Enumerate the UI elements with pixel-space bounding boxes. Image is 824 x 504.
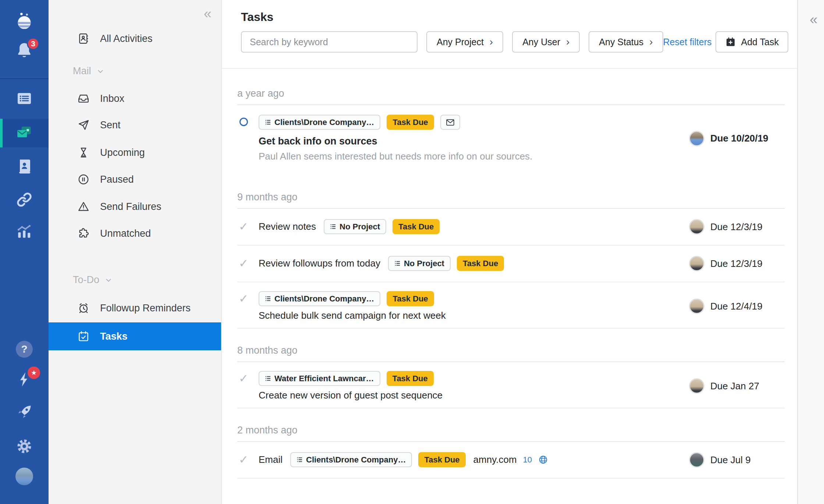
paper-plane-icon: [77, 119, 90, 131]
email-pill[interactable]: [440, 115, 460, 130]
task-title: Email: [259, 454, 283, 465]
recipient-domain[interactable]: amny.com: [473, 454, 517, 465]
sidebar-group-mail[interactable]: Mail: [73, 65, 104, 77]
filter-label: Any Status: [599, 37, 643, 47]
group-label: Mail: [73, 65, 91, 77]
sidebar-item-unmatched[interactable]: Unmatched: [77, 222, 215, 245]
sidebar-item-tasks-selected[interactable]: Tasks: [49, 322, 221, 350]
sidebar-item-label: Unmatched: [100, 228, 151, 239]
rail-user-avatar[interactable]: [0, 468, 49, 485]
check-icon[interactable]: ✓: [239, 371, 248, 386]
sidebar-item-label: Inbox: [100, 93, 124, 104]
status-badge: Task Due: [393, 219, 440, 234]
due-cell: Due 10/20/19: [689, 131, 785, 146]
rail-whats-new-icon[interactable]: ★: [0, 371, 49, 389]
rail-link-icon[interactable]: [0, 191, 49, 208]
rail-rocket-icon[interactable]: [0, 403, 49, 421]
app-logo-icon[interactable]: [0, 11, 49, 31]
page-title: Tasks: [241, 10, 788, 24]
reset-filters-link[interactable]: Reset filters: [663, 37, 712, 47]
link-chain-icon: [15, 191, 33, 208]
task-row[interactable]: ✓ Review followups from today No Project…: [237, 246, 785, 282]
sidebar-collapse-icon[interactable]: «: [204, 7, 212, 21]
rail-settings-icon[interactable]: [0, 437, 49, 455]
star-badge-icon: ★: [28, 367, 40, 379]
status-badge: Task Due: [387, 115, 434, 130]
sidebar-item-all-activities[interactable]: All Activities: [77, 27, 215, 50]
check-icon[interactable]: ✓: [239, 219, 248, 234]
calendar-plus-icon: [725, 36, 736, 47]
task-row[interactable]: ✓ Water Efficient Lawncar… Task Due Crea…: [237, 362, 785, 408]
task-row[interactable]: ✓ Review notes No Project Task Due Due 1…: [237, 209, 785, 246]
status-badge: Task Due: [457, 256, 504, 271]
rail-contacts-icon[interactable]: [0, 158, 49, 175]
add-task-button[interactable]: Add Task: [715, 31, 788, 53]
project-list-icon: [265, 375, 271, 382]
rail-reports-icon[interactable]: [0, 222, 49, 241]
sidebar-item-followup-reminders[interactable]: Followup Reminders: [77, 296, 215, 320]
notifications-bell-icon[interactable]: 3: [0, 41, 49, 61]
avatar: [15, 468, 33, 485]
check-icon[interactable]: ✓: [239, 256, 248, 271]
sidebar-item-upcoming[interactable]: Upcoming: [77, 141, 215, 164]
task-note: Paul Allen seems interested but needs mo…: [259, 151, 689, 162]
task-title: Review notes: [259, 221, 316, 232]
project-pill[interactable]: No Project: [324, 219, 386, 234]
rail-activities-list-icon[interactable]: [0, 90, 49, 107]
chevron-down-icon: [104, 276, 113, 284]
tasks-header: Tasks Any Project › Any User › Any Statu…: [222, 0, 797, 69]
alarm-clock-icon: [77, 302, 90, 314]
project-pill[interactable]: Clients\Drone Company…: [290, 452, 412, 467]
rocket-icon: [15, 403, 33, 421]
sidebar-item-sent[interactable]: Sent: [77, 113, 215, 137]
avatar: [689, 452, 704, 468]
panel-collapse-icon[interactable]: «: [810, 12, 817, 504]
task-row[interactable]: ✓ Clients\Drone Company… Task Due Schedu…: [237, 282, 785, 329]
pause-circle-icon: [77, 173, 90, 186]
sidebar-item-paused[interactable]: Paused: [77, 168, 215, 191]
warning-triangle-icon: [77, 200, 90, 213]
project-pill[interactable]: Clients\Drone Company…: [259, 291, 380, 306]
sidebar-item-inbox[interactable]: Inbox: [77, 87, 215, 110]
due-date: Due 12/4/19: [710, 301, 763, 312]
project-pill[interactable]: No Project: [388, 256, 451, 271]
task-row[interactable]: ✓ Email Clients\Drone Company… Task Due …: [237, 442, 785, 479]
check-icon[interactable]: ✓: [239, 291, 248, 306]
project-list-icon: [265, 296, 271, 302]
search-input[interactable]: [241, 31, 418, 53]
filter-any-user[interactable]: Any User ›: [512, 31, 580, 53]
filter-any-status[interactable]: Any Status ›: [589, 31, 663, 53]
sidebar-item-send-failures[interactable]: Send Failures: [77, 195, 215, 218]
rail-help-icon[interactable]: ?: [0, 341, 49, 358]
rail-divider: [0, 78, 49, 79]
sidebar-item-label: All Activities: [100, 33, 153, 44]
project-pill[interactable]: Clients\Drone Company…: [259, 115, 380, 130]
section-age-label: 2 months ago: [237, 408, 785, 442]
project-pill[interactable]: Water Efficient Lawncar…: [259, 371, 380, 386]
group-label: To-Do: [73, 274, 99, 286]
filter-any-project[interactable]: Any Project ›: [426, 31, 503, 53]
add-task-label: Add Task: [741, 37, 779, 47]
filter-label: Any User: [522, 37, 560, 47]
check-icon[interactable]: ✓: [239, 452, 248, 467]
contacts-book-icon: [15, 158, 33, 175]
sidebar-item-label: Paused: [100, 174, 134, 185]
avatar: [689, 219, 704, 235]
open-task-circle[interactable]: [239, 118, 248, 126]
task-note: Schedule bulk send campaign for next wee…: [259, 310, 689, 321]
status-badge: Task Due: [418, 452, 465, 467]
sidebar-item-label: Sent: [100, 119, 121, 131]
globe-icon[interactable]: [538, 455, 548, 465]
project-list-icon: [296, 457, 303, 463]
recipient-count[interactable]: 10: [523, 455, 532, 465]
due-date: Due Jan 27: [710, 380, 759, 392]
icon-rail: 3: [0, 0, 49, 504]
rail-campaigns-selected[interactable]: [0, 119, 49, 147]
task-row[interactable]: Clients\Drone Company… Task Due Get back…: [237, 105, 785, 175]
sidebar-item-label: Tasks: [100, 331, 128, 342]
sidebar-group-todo[interactable]: To-Do: [73, 274, 113, 286]
sidebar: « All Activities Mail Inbox Sent: [49, 0, 222, 504]
project-name: Clients\Drone Company…: [274, 294, 374, 304]
project-name: No Project: [404, 259, 444, 268]
gear-icon: [15, 437, 33, 455]
